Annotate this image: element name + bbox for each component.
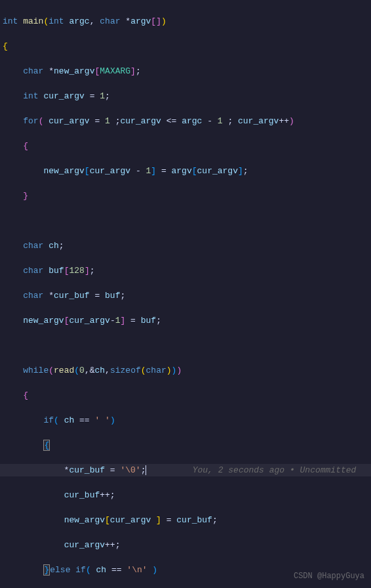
code-line: { xyxy=(0,389,371,402)
code-line: { xyxy=(0,140,371,152)
code-line: char ch; xyxy=(0,240,371,252)
code-line: } xyxy=(0,190,371,202)
code-line-active: *cur_buf = '\0'; You, 2 seconds ago • Un… xyxy=(0,464,371,476)
code-editor[interactable]: int main(int argc, char *argv[]) { char … xyxy=(0,0,371,588)
code-line: cur_argv++; xyxy=(0,539,371,551)
bracket-match-close: } xyxy=(43,564,50,576)
code-line: while(read(0,&ch,sizeof(char))) xyxy=(0,364,371,377)
bracket-match-open: { xyxy=(43,440,50,451)
code-line: char *new_argv[MAXARG]; xyxy=(0,65,371,77)
code-line: new_argv[cur_argv - 1] = argv[cur_argv]; xyxy=(0,165,371,177)
code-line: int main(int argc, char *argv[]) xyxy=(0,15,371,28)
code-line: int cur_argv = 1; xyxy=(0,90,371,102)
code-line xyxy=(0,339,371,352)
code-line xyxy=(0,215,371,227)
code-line: new_argv[cur_argv ] = cur_buf; xyxy=(0,514,371,526)
code-line: for( cur_argv = 1 ;cur_argv <= argc - 1 … xyxy=(0,115,371,127)
code-line: char *cur_buf = buf; xyxy=(0,289,371,302)
code-line: new_argv[cur_argv-1] = buf; xyxy=(0,314,371,327)
text-cursor xyxy=(146,465,146,475)
code-line: char buf[128]; xyxy=(0,264,371,277)
code-line: if( ch == ' ') xyxy=(0,414,371,427)
code-line: { xyxy=(0,40,371,52)
code-line: cur_buf++; xyxy=(0,489,371,501)
git-blame-annotation: You, 2 seconds ago • Uncommitted xyxy=(193,465,357,475)
code-line: { xyxy=(0,439,371,452)
watermark: CSDN @HappyGuya xyxy=(294,570,364,583)
